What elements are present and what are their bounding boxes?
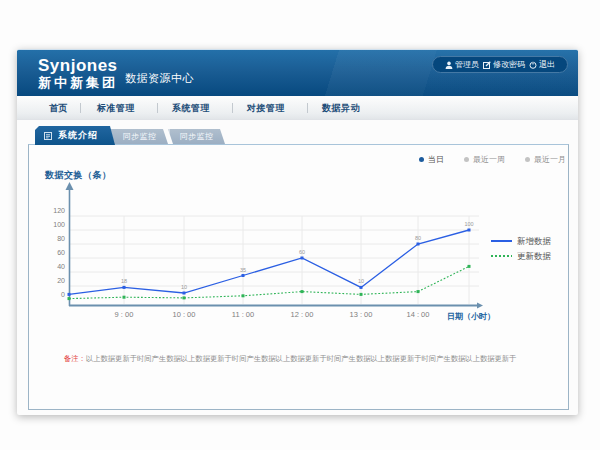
series-line-new-data: [69, 230, 469, 294]
data-point: [417, 290, 420, 293]
data-point: [183, 296, 186, 299]
data-point: [123, 296, 126, 299]
change-password-label: 修改密码: [493, 59, 525, 70]
legend-label-update-data: 更新数据: [517, 251, 552, 261]
data-point: [468, 229, 471, 232]
logo-text-cn: 新中新集团: [38, 76, 118, 89]
line-chart: 0204060801001201810356010801009 : 0010 :…: [29, 145, 570, 411]
y-tick-label: 0: [61, 291, 65, 298]
point-label: 35: [240, 267, 246, 273]
nav-divider: [307, 103, 308, 113]
x-tick-label: 10 : 00: [173, 310, 196, 319]
y-tick-label: 80: [57, 235, 65, 242]
y-tick-label: 40: [57, 263, 65, 270]
x-tick-label: 12 : 00: [291, 310, 314, 319]
note-text: 以上数据更新于时间产生数据以上数据更新于时间产生数据以上数据更新于时间产生数据以…: [86, 354, 517, 363]
x-axis-title: 日期（小时）: [447, 312, 495, 321]
data-point: [68, 293, 71, 296]
data-point: [417, 243, 420, 246]
legend-label-new-data: 新增数据: [517, 236, 552, 246]
data-point: [301, 290, 304, 293]
edit-icon: [483, 61, 491, 69]
tab-system-intro[interactable]: 系统介绍: [35, 126, 115, 145]
x-tick-label: 9 : 00: [115, 310, 134, 319]
x-tick-label: 13 : 00: [350, 310, 373, 319]
data-point: [360, 293, 363, 296]
user-menu[interactable]: 管理员: [445, 59, 479, 70]
footer-note: 备注：以上数据更新于时间产生数据以上数据更新于时间产生数据以上数据更新于时间产生…: [64, 354, 516, 364]
user-toolbar: 管理员 修改密码 退出: [432, 56, 568, 73]
nav-item-connect[interactable]: 对接管理: [247, 102, 285, 115]
point-label: 100: [464, 221, 473, 227]
data-point: [360, 286, 363, 289]
app-title: 数据资源中心: [125, 71, 194, 86]
point-label: 10: [358, 278, 364, 284]
nav-item-change[interactable]: 数据异动: [322, 102, 360, 115]
tab-label: 系统介绍: [58, 129, 98, 142]
y-axis-arrow: [66, 182, 74, 190]
point-label: 60: [299, 249, 305, 255]
nav-item-home[interactable]: 首页: [49, 102, 68, 115]
chart-panel: 当日 最近一周 最近一月 数据交换（条） 0204060801001201810…: [28, 144, 569, 410]
logout-button[interactable]: 退出: [529, 59, 555, 70]
x-tick-label: 14 : 00: [407, 310, 430, 319]
data-point: [68, 297, 71, 300]
app-header: Synjones 新中新集团 数据资源中心 管理员 修改密码 退出: [17, 49, 578, 96]
point-label: 18: [121, 278, 127, 284]
logo: Synjones 新中新集团: [38, 57, 118, 89]
change-password-button[interactable]: 修改密码: [483, 59, 525, 70]
y-tick-label: 100: [53, 221, 65, 228]
data-point: [468, 265, 471, 268]
x-tick-label: 11 : 00: [232, 310, 254, 319]
point-label: 10: [181, 284, 187, 290]
data-point: [301, 257, 304, 260]
x-axis-arrow: [477, 303, 483, 309]
document-icon: [44, 132, 52, 140]
series-line-update-data: [69, 266, 469, 298]
user-name: 管理员: [455, 59, 479, 70]
note-prefix: 备注：: [64, 354, 86, 363]
y-tick-label: 60: [57, 249, 65, 256]
tab-sync-monitor-2[interactable]: 同步监控: [168, 129, 225, 144]
point-label: 80: [415, 235, 421, 241]
app-window: Synjones 新中新集团 数据资源中心 管理员 修改密码 退出 首页 标准管…: [17, 49, 578, 415]
user-icon: [445, 61, 453, 69]
data-point: [242, 294, 245, 297]
nav-item-standard[interactable]: 标准管理: [97, 102, 135, 115]
logo-text-en: Synjones: [38, 57, 118, 74]
nav-item-system[interactable]: 系统管理: [172, 102, 210, 115]
nav-divider: [80, 103, 81, 113]
data-point: [183, 292, 186, 295]
y-tick-label: 20: [57, 277, 65, 284]
nav-divider: [232, 103, 233, 113]
tab-sync-monitor-1[interactable]: 同步监控: [106, 129, 168, 144]
logout-label: 退出: [539, 59, 555, 70]
data-point: [123, 286, 126, 289]
main-nav: 首页 标准管理 系统管理 对接管理 数据异动: [17, 96, 578, 120]
data-point: [242, 274, 245, 277]
y-tick-label: 120: [53, 207, 65, 214]
nav-divider: [157, 103, 158, 113]
power-icon: [529, 61, 537, 69]
